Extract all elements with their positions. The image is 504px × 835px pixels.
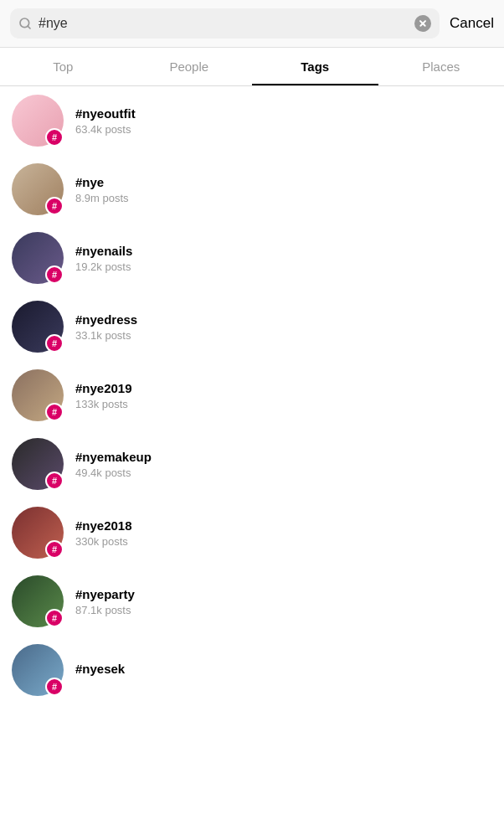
result-sub: 33.1k posts: [75, 329, 137, 342]
result-sub: 19.2k posts: [75, 260, 132, 273]
result-name: #nyeoutfit: [75, 106, 136, 121]
result-name: #nyemakeup: [75, 450, 152, 464]
list-item[interactable]: # #nye2019 133k posts: [0, 361, 504, 430]
list-item[interactable]: # #nyeoutfit 63.4k posts: [0, 86, 504, 155]
result-sub: 87.1k posts: [75, 604, 135, 616]
result-text: #nye2018 330k posts: [75, 518, 132, 548]
list-item[interactable]: # #nyenails 19.2k posts: [0, 224, 504, 292]
result-name: #nye2019: [75, 381, 132, 395]
search-icon: [18, 17, 32, 30]
list-item[interactable]: # #nyedress 33.1k posts: [0, 292, 504, 361]
result-name: #nye: [75, 175, 129, 189]
result-text: #nyenails 19.2k posts: [75, 244, 132, 273]
search-bar: Cancel: [0, 0, 504, 48]
hashtag-badge: #: [45, 472, 64, 490]
svg-line-1: [28, 26, 30, 28]
results-list: # #nyeoutfit 63.4k posts # #nye 8.9m pos…: [0, 86, 504, 704]
result-sub: 133k posts: [75, 398, 132, 410]
search-input[interactable]: [39, 16, 414, 31]
result-name: #nyesek: [75, 662, 125, 676]
hashtag-badge: #: [45, 403, 64, 421]
result-name: #nyenails: [75, 244, 132, 258]
hashtag-badge: #: [45, 540, 64, 559]
avatar-wrapper: #: [12, 438, 64, 490]
list-item[interactable]: # #nyeparty 87.1k posts: [0, 567, 504, 636]
list-item[interactable]: # #nye2018 330k posts: [0, 498, 504, 567]
avatar-wrapper: #: [12, 644, 64, 696]
tab-people[interactable]: People: [126, 48, 253, 85]
hashtag-badge: #: [45, 265, 64, 284]
list-item[interactable]: # #nyesek: [0, 636, 504, 704]
result-sub: 63.4k posts: [75, 123, 136, 136]
hashtag-badge: #: [45, 678, 64, 696]
result-sub: 49.4k posts: [75, 466, 152, 479]
avatar-wrapper: #: [12, 95, 64, 147]
avatar-wrapper: #: [12, 575, 64, 627]
result-sub: 330k posts: [75, 535, 132, 548]
result-text: #nyedress 33.1k posts: [75, 312, 137, 342]
tab-top[interactable]: Top: [0, 48, 126, 85]
avatar-wrapper: #: [12, 301, 64, 353]
hashtag-badge: #: [45, 197, 64, 215]
hashtag-badge: #: [45, 128, 64, 147]
list-item[interactable]: # #nyemakeup 49.4k posts: [0, 430, 504, 498]
result-text: #nyeoutfit 63.4k posts: [75, 106, 136, 136]
tab-tags[interactable]: Tags: [252, 48, 378, 85]
avatar-wrapper: #: [12, 507, 64, 559]
tabs-container: Top People Tags Places: [0, 48, 504, 86]
result-text: #nye2019 133k posts: [75, 381, 132, 410]
search-input-wrapper: [10, 8, 440, 39]
result-text: #nyeparty 87.1k posts: [75, 587, 135, 616]
result-text: #nyemakeup 49.4k posts: [75, 450, 152, 479]
hashtag-badge: #: [45, 334, 64, 353]
hashtag-badge: #: [45, 609, 64, 627]
avatar-wrapper: #: [12, 163, 64, 215]
list-item[interactable]: # #nye 8.9m posts: [0, 155, 504, 224]
result-name: #nye2018: [75, 518, 132, 533]
tab-places[interactable]: Places: [378, 48, 505, 85]
avatar-wrapper: #: [12, 369, 64, 421]
cancel-button[interactable]: Cancel: [450, 15, 494, 32]
result-name: #nyedress: [75, 312, 137, 327]
result-text: #nye 8.9m posts: [75, 175, 129, 204]
result-name: #nyeparty: [75, 587, 135, 601]
avatar-wrapper: #: [12, 232, 64, 284]
result-text: #nyesek: [75, 662, 125, 678]
clear-search-button[interactable]: [414, 15, 431, 32]
result-sub: 8.9m posts: [75, 192, 129, 204]
